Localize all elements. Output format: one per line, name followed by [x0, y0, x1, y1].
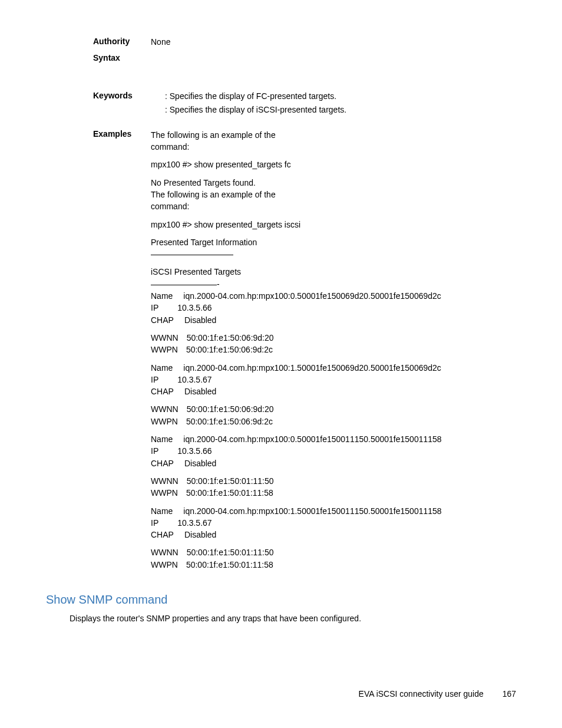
- t3-wwpn: WWPN50:00:1f:e1:50:01:11:58: [151, 487, 516, 499]
- t2-wwpn: WWPN50:00:1f:e1:50:06:9d:2c: [151, 416, 516, 427]
- t3-wwnn-value: 50:00:1f:e1:50:01:11:50: [187, 476, 274, 486]
- t1-wwpn-value: 50:00:1f:e1:50:06:9d:2c: [186, 345, 273, 354]
- t4-chap-value: Disabled: [184, 530, 216, 539]
- t2-wwnn-value: 50:00:1f:e1:50:06:9d:20: [187, 404, 274, 414]
- t2-chap: CHAPDisabled: [151, 386, 516, 397]
- t2-ip: IP10.3.5.67: [151, 374, 516, 386]
- examples-dashes1: ——————————: [151, 248, 516, 260]
- t1-name-label: Name: [151, 291, 173, 301]
- examples-subheader-block: iSCSI Presented Targets ————————- Nameiq…: [151, 266, 516, 325]
- t2-chap-label: CHAP: [151, 387, 174, 396]
- t2-wwnn-label: WWNN: [151, 404, 178, 414]
- t4-chap: CHAPDisabled: [151, 529, 516, 541]
- spacer: [46, 67, 516, 91]
- examples-result1: No Presented Targets found.: [151, 177, 516, 189]
- t3-chap-label: CHAP: [151, 459, 174, 468]
- keywords-iscsi: : Specifies the display of iSCSI-present…: [151, 104, 516, 116]
- examples-row: Examples The following is an example of …: [46, 129, 516, 577]
- t3-name-value: iqn.2000-04.com.hp:mpx100:0.50001fe15001…: [183, 434, 441, 444]
- t1-ip-value: 10.3.5.66: [177, 303, 211, 312]
- t3-block: Nameiqn.2000-04.com.hp:mpx100:0.50001fe1…: [151, 433, 516, 469]
- t1-wwnn: WWNN50:00:1f:e1:50:06:9d:20: [151, 332, 516, 344]
- t1-name-value: iqn.2000-04.com.hp:mpx100:0.50001fe15006…: [183, 291, 441, 301]
- t2-name-value: iqn.2000-04.com.hp:mpx100:1.50001fe15006…: [183, 363, 441, 373]
- examples-label: Examples: [46, 129, 151, 139]
- authority-label: Authority: [46, 37, 151, 46]
- examples-intro1a: The following is an example of the: [151, 129, 516, 141]
- page-content: Authority None Syntax Keywords : Specifi…: [46, 37, 516, 625]
- t1-ww-block: WWNN50:00:1f:e1:50:06:9d:20 WWPN50:00:1f…: [151, 332, 516, 356]
- examples-cmd2: mpx100 #> show presented_targets iscsi: [151, 219, 516, 230]
- section-body: Displays the router's SNMP properties an…: [46, 612, 516, 625]
- section-heading: Show SNMP command: [46, 593, 516, 607]
- footer-page-number: 167: [503, 689, 516, 699]
- t3-wwpn-label: WWPN: [151, 488, 178, 498]
- t1-chap: CHAPDisabled: [151, 314, 516, 326]
- t2-ip-label: IP: [151, 375, 158, 384]
- t2-name: Nameiqn.2000-04.com.hp:mpx100:1.50001fe1…: [151, 362, 516, 374]
- t2-ip-value: 10.3.5.67: [177, 375, 211, 384]
- examples-subheader: iSCSI Presented Targets: [151, 266, 516, 278]
- t4-name-value: iqn.2000-04.com.hp:mpx100:1.50001fe15001…: [183, 506, 441, 516]
- keywords-iscsi-text: : Specifies the display of iSCSI-present…: [165, 105, 346, 114]
- syntax-label: Syntax: [46, 53, 151, 62]
- t2-name-label: Name: [151, 363, 173, 373]
- examples-cmd1: mpx100 #> show presented_targets fc: [151, 159, 516, 170]
- t3-chap: CHAPDisabled: [151, 457, 516, 469]
- examples-header: Presented Target Information: [151, 236, 516, 248]
- t1-chap-value: Disabled: [184, 315, 216, 325]
- t4-ip-label: IP: [151, 518, 158, 528]
- t1-ip-label: IP: [151, 303, 158, 312]
- t1-chap-label: CHAP: [151, 315, 174, 325]
- t4-chap-label: CHAP: [151, 530, 174, 539]
- authority-value: None: [151, 37, 516, 48]
- t4-ip: IP10.3.5.67: [151, 517, 516, 529]
- t4-wwnn-value: 50:00:1f:e1:50:01:11:50: [187, 548, 274, 557]
- t3-wwnn-label: WWNN: [151, 476, 178, 486]
- t2-wwnn: WWNN50:00:1f:e1:50:06:9d:20: [151, 403, 516, 415]
- t3-name: Nameiqn.2000-04.com.hp:mpx100:0.50001fe1…: [151, 433, 516, 445]
- t1-wwpn-label: WWPN: [151, 345, 178, 354]
- t1-wwpn: WWPN50:00:1f:e1:50:06:9d:2c: [151, 344, 516, 355]
- t3-wwnn: WWNN50:00:1f:e1:50:01:11:50: [151, 475, 516, 487]
- keywords-row: Keywords : Specifies the display of FC-p…: [46, 91, 516, 118]
- t4-wwpn: WWPN50:00:1f:e1:50:01:11:58: [151, 559, 516, 571]
- footer-title: EVA iSCSI connectivity user guide: [359, 689, 484, 699]
- examples-result1-block: No Presented Targets found. The followin…: [151, 177, 516, 213]
- examples-header-block: Presented Target Information ——————————: [151, 236, 516, 261]
- t3-chap-value: Disabled: [184, 459, 216, 468]
- examples-intro2a: The following is an example of the: [151, 189, 516, 200]
- t2-ww-block: WWNN50:00:1f:e1:50:06:9d:20 WWPN50:00:1f…: [151, 403, 516, 427]
- keywords-fc-text: : Specifies the display of FC-presented …: [165, 91, 336, 101]
- t4-wwnn-label: WWNN: [151, 548, 178, 557]
- t4-ip-value: 10.3.5.67: [177, 518, 211, 528]
- t2-chap-value: Disabled: [184, 387, 216, 396]
- authority-row: Authority None: [46, 37, 516, 48]
- examples-dashes2: ————————-: [151, 278, 516, 290]
- t4-ww-block: WWNN50:00:1f:e1:50:01:11:50 WWPN50:00:1f…: [151, 546, 516, 571]
- t3-wwpn-value: 50:00:1f:e1:50:01:11:58: [186, 488, 273, 498]
- t1-wwnn-label: WWNN: [151, 333, 178, 342]
- t2-block: Nameiqn.2000-04.com.hp:mpx100:1.50001fe1…: [151, 362, 516, 398]
- t4-name-label: Name: [151, 506, 173, 516]
- examples-value: The following is an example of the comma…: [151, 129, 516, 577]
- t4-wwpn-value: 50:00:1f:e1:50:01:11:58: [186, 560, 273, 569]
- examples-intro1: The following is an example of the comma…: [151, 129, 516, 153]
- t1-name: Nameiqn.2000-04.com.hp:mpx100:0.50001fe1…: [151, 290, 516, 302]
- t3-name-label: Name: [151, 434, 173, 444]
- t3-ip-value: 10.3.5.66: [177, 446, 211, 456]
- examples-intro2b: command:: [151, 200, 516, 212]
- t4-wwpn-label: WWPN: [151, 560, 178, 569]
- t3-ww-block: WWNN50:00:1f:e1:50:01:11:50 WWPN50:00:1f…: [151, 475, 516, 499]
- t3-ip: IP10.3.5.66: [151, 445, 516, 457]
- t2-wwpn-label: WWPN: [151, 417, 178, 426]
- examples-intro1b: command:: [151, 141, 516, 153]
- syntax-row: Syntax: [46, 53, 516, 62]
- t1-ip: IP10.3.5.66: [151, 302, 516, 314]
- keywords-value: : Specifies the display of FC-presented …: [151, 91, 516, 118]
- t4-name: Nameiqn.2000-04.com.hp:mpx100:1.50001fe1…: [151, 505, 516, 517]
- keywords-label: Keywords: [46, 91, 151, 100]
- t2-wwpn-value: 50:00:1f:e1:50:06:9d:2c: [186, 417, 273, 426]
- t3-ip-label: IP: [151, 446, 158, 456]
- keywords-fc: : Specifies the display of FC-presented …: [151, 91, 516, 103]
